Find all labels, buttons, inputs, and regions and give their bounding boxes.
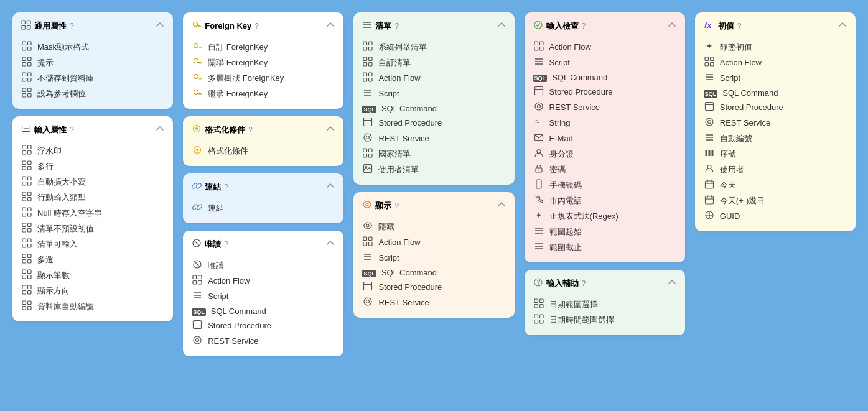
card-help-initial-value[interactable]: ? [737,22,742,30]
chevron-up-icon[interactable] [838,21,847,31]
list-item[interactable]: 使用者 [704,162,847,177]
list-item[interactable]: SQLSQL Command [362,266,505,279]
list-item[interactable]: Action Flow [704,55,847,70]
list-item[interactable]: SQLSQL Command [362,101,505,115]
card-help-input-help[interactable]: ? [582,279,586,288]
card-help-general-attrs[interactable]: ? [70,22,74,30]
list-item[interactable]: ≈String [533,115,676,131]
card-help-readonly[interactable]: ? [224,240,228,249]
item-label: 不儲存到資料庫 [37,73,94,84]
list-item[interactable]: 提示 [21,55,164,70]
chevron-up-icon[interactable] [326,182,335,192]
list-item[interactable]: 序號 [704,146,847,162]
list-item[interactable]: 日期時間範圍選擇 [533,312,676,328]
list-item[interactable]: 市內電話 [533,193,676,208]
list-item[interactable]: 不儲存到資料庫 [21,70,164,86]
list-item[interactable]: Script [362,86,505,101]
list-item[interactable]: 自訂清單 [362,55,505,70]
card-help-display[interactable]: ? [394,201,399,210]
list-item[interactable]: 系統列舉清單 [362,39,505,55]
list-item[interactable]: 手機號碼 [533,177,676,193]
chevron-up-icon[interactable] [326,124,335,135]
list-item[interactable]: 清單可輸入 [21,236,164,252]
list-item[interactable]: 自訂 ForeignKey [192,39,335,55]
list-item[interactable]: 關聯 ForeignKey [192,55,335,70]
list-item[interactable]: 浮水印 [21,143,164,159]
card-help-input-attrs[interactable]: ? [70,126,74,134]
list-item[interactable]: 身分證 [533,146,676,162]
list-item[interactable]: 多層樹狀 ForeignKey [192,70,335,86]
list-item[interactable]: Script [362,250,505,266]
list-item[interactable]: 今天 [704,177,847,193]
list-item[interactable]: 格式化條件 [192,143,335,159]
list-item[interactable]: Mask顯示格式 [21,39,164,55]
chevron-up-icon[interactable] [668,278,676,289]
list-item[interactable]: 日期範圍選擇 [533,297,676,312]
list-item[interactable]: 資料庫自動編號 [21,298,164,314]
svg-rect-63 [28,301,32,305]
list-item[interactable]: 國家清單 [362,146,505,162]
list-item[interactable]: 多選 [21,252,164,267]
list-item[interactable]: Script [704,70,847,86]
list-item[interactable]: REST Service [362,295,505,310]
list-item[interactable]: E-Mail [533,131,676,146]
list-item[interactable]: GUID [704,208,847,224]
card-help-format-condition[interactable]: ? [248,126,253,134]
list-item[interactable]: Action Flow [533,39,676,55]
list-item[interactable]: 今天(+-)幾日 [704,193,847,208]
list-item[interactable]: SQLSQL Command [533,70,676,84]
item-label: Action Flow [208,276,250,285]
chevron-up-icon[interactable] [156,21,164,31]
list-item[interactable]: REST Service [533,99,676,115]
list-item[interactable]: ✦靜態初值 [704,39,847,55]
list-item[interactable]: Action Flow [362,234,505,250]
list-item[interactable]: 使用者清單 [362,162,505,177]
chevron-up-icon[interactable] [156,124,164,135]
list-item[interactable]: ✦正規表式法(Regex) [533,208,676,224]
chevron-up-icon[interactable] [668,21,676,31]
list-item[interactable]: Script [533,55,676,70]
list-item[interactable]: REST Service [362,131,505,146]
list-item[interactable]: Stored Procedure [704,99,847,115]
list-item[interactable]: SQLSQL Command [192,304,335,318]
chevron-up-icon[interactable] [497,200,506,211]
list-item[interactable]: Stored Procedure [192,318,335,333]
list-item[interactable]: 清單不預設初值 [21,221,164,236]
list-item[interactable]: Action Flow [362,70,505,86]
list-item[interactable]: 設為參考欄位 [21,86,164,101]
list-item[interactable]: SQLSQL Command [704,86,847,99]
list-item[interactable]: 顯示筆數 [21,267,164,283]
list-item[interactable]: Stored Procedure [362,115,505,131]
list-item[interactable]: 顯示方向 [21,283,164,298]
list-item[interactable]: 行動輸入類型 [21,190,164,205]
list-item[interactable]: 唯讀 [192,257,335,273]
card-help-foreign-key[interactable]: ? [254,22,259,30]
list-item[interactable]: REST Service [192,333,335,349]
list-item[interactable]: REST Service [704,115,847,131]
item-icon [704,132,715,144]
item-label: Null 時存入空字串 [37,208,102,219]
list-item[interactable]: Null 時存入空字串 [21,205,164,221]
list-item[interactable]: Stored Procedure [533,84,676,99]
card-help-input-validate[interactable]: ? [582,22,586,30]
item-label: Script [549,58,570,67]
list-item[interactable]: 密碼 [533,162,676,177]
list-item[interactable]: 繼承 ForeignKey [192,86,335,101]
item-icon [704,210,715,222]
list-item[interactable]: 範圍截止 [533,239,676,255]
list-item[interactable]: Action Flow [192,273,335,289]
chevron-up-icon[interactable] [497,21,506,31]
chevron-up-icon[interactable] [326,239,335,249]
list-item[interactable]: 範圍起始 [533,224,676,239]
list-item[interactable]: 自動擴大小寫 [21,174,164,190]
chevron-up-icon[interactable] [326,21,335,31]
list-item[interactable]: 自動編號 [704,131,847,146]
list-item[interactable]: Script [192,289,335,304]
card-help-join[interactable]: ? [224,183,228,192]
list-item[interactable]: 隱藏 [362,219,505,234]
list-item[interactable]: Stored Procedure [362,279,505,295]
item-icon [21,72,32,84]
list-item[interactable]: 多行 [21,159,164,174]
list-item[interactable]: 連結 [192,200,335,216]
card-help-list[interactable]: ? [394,22,399,30]
